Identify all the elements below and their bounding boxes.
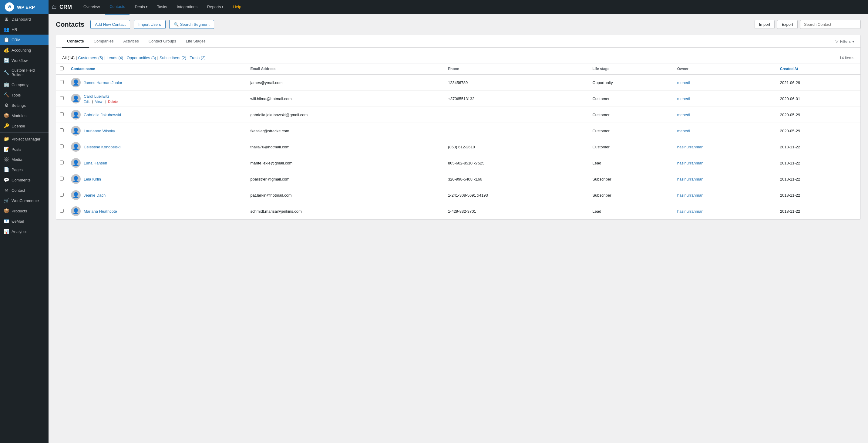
filters-button[interactable]: ▽ Filters ▾ — [835, 39, 854, 44]
sidebar-item-products[interactable]: 📦Products — [0, 206, 49, 216]
contact-name-link[interactable]: Jeanie Dach — [84, 193, 105, 198]
import-button[interactable]: Import — [754, 20, 775, 29]
row-checkbox[interactable] — [60, 193, 64, 197]
contact-delete-link[interactable]: Delete — [108, 100, 118, 104]
nav-help[interactable]: Help — [229, 0, 245, 14]
contact-edit-link[interactable]: Edit — [84, 100, 90, 104]
filter-bar: All (14) | Customers (5) | Leads (4) | O… — [56, 53, 860, 63]
nav-deals[interactable]: Deals ▾ — [131, 0, 152, 14]
contact-info: Luna Hansen — [84, 161, 107, 165]
tab-activities[interactable]: Activities — [118, 35, 144, 48]
row-life-stage: Opportunity — [589, 75, 673, 91]
sidebar-item-dashboard[interactable]: ⊞Dashboard — [0, 14, 49, 24]
owner-link[interactable]: hasinurrahman — [677, 193, 704, 198]
filter-opportunities[interactable]: Opportunities (3) — [127, 56, 156, 60]
sidebar-item-company[interactable]: 🏢Company — [0, 80, 49, 90]
contact-name-link[interactable]: Mariana Heathcote — [84, 209, 117, 214]
row-checkbox[interactable] — [60, 209, 64, 213]
add-new-contact-button[interactable]: Add New Contact — [90, 20, 130, 29]
row-checkbox[interactable] — [60, 96, 64, 100]
row-checkbox[interactable] — [60, 80, 64, 84]
nav-integrations[interactable]: Integrations — [173, 0, 202, 14]
owner-link[interactable]: hasinurrahman — [677, 177, 704, 181]
import-users-button[interactable]: Import Users — [134, 20, 165, 29]
row-checkbox[interactable] — [60, 112, 64, 116]
sidebar-item-hr[interactable]: 👥HR — [0, 24, 49, 35]
col-created-at[interactable]: Created At — [776, 63, 860, 75]
row-checkbox[interactable] — [60, 144, 64, 148]
row-checkbox[interactable] — [60, 160, 64, 165]
contact-name-link[interactable]: Carol Lueilwitz — [84, 94, 118, 98]
owner-link[interactable]: hasinurrahman — [677, 209, 704, 214]
owner-link[interactable]: mehedi — [677, 96, 690, 101]
contact-name-link[interactable]: Laurianne Wisoky — [84, 129, 115, 133]
nav-overview[interactable]: Overview — [79, 0, 104, 14]
row-checkbox[interactable] — [60, 177, 64, 181]
row-life-stage: Subscriber — [589, 187, 673, 203]
table-row: 👤 Mariana Heathcote schmidt.marisa@jenki… — [56, 203, 860, 219]
sidebar-item-contact[interactable]: ✉Contact — [0, 185, 49, 196]
row-checkbox-cell — [56, 107, 67, 123]
owner-link[interactable]: mehedi — [677, 129, 690, 133]
products-icon: 📦 — [4, 208, 9, 214]
sidebar-item-woocommerce[interactable]: 🛒WooCommerce — [0, 196, 49, 206]
contact-cell: 👤 James Harman Junior — [71, 78, 243, 87]
header-right: Import Export — [754, 20, 861, 29]
nav-reports[interactable]: Reports ▾ — [203, 0, 228, 14]
table-header: Contact name Email Address Phone Life st… — [56, 63, 860, 75]
sidebar-item-custom-field-builder[interactable]: 🔧Custom Field Builder — [0, 65, 49, 80]
sidebar-item-accounting[interactable]: 💰Accounting — [0, 45, 49, 55]
sidebar-item-settings[interactable]: ⚙Settings — [0, 100, 49, 111]
sidebar-item-project-manager[interactable]: 📁Project Manager — [0, 134, 49, 144]
row-contact-name-cell: 👤 Carol Lueilwitz Edit | View | Delete — [67, 91, 247, 107]
sidebar-item-wemail[interactable]: 📧weMail — [0, 216, 49, 226]
sidebar-item-comments[interactable]: 💬Comments — [0, 175, 49, 185]
filter-leads[interactable]: Leads (4) — [106, 56, 123, 60]
row-phone: 1-429-832-3701 — [444, 203, 589, 219]
contact-view-link[interactable]: View — [95, 100, 102, 104]
sidebar-item-workflow[interactable]: 🔄Workflow — [0, 55, 49, 65]
filter-all-label: All (14) — [62, 56, 74, 60]
row-checkbox[interactable] — [60, 128, 64, 132]
sidebar-item-tools[interactable]: 🔨Tools — [0, 90, 49, 100]
sidebar-item-license[interactable]: 🔑License — [0, 121, 49, 131]
tab-contacts[interactable]: Contacts — [62, 35, 89, 48]
owner-link[interactable]: hasinurrahman — [677, 161, 704, 165]
row-created-at: 2020-06-01 — [776, 91, 860, 107]
sidebar-item-crm[interactable]: 📋CRM — [0, 35, 49, 45]
sidebar-item-posts[interactable]: 📝Posts — [0, 144, 49, 154]
avatar-icon: 👤 — [72, 127, 79, 134]
filter-trash[interactable]: Trash (2) — [190, 56, 205, 60]
owner-link[interactable]: hasinurrahman — [677, 145, 704, 149]
tab-companies[interactable]: Companies — [89, 35, 119, 48]
sidebar-item-analytics[interactable]: 📊Analytics — [0, 226, 49, 237]
owner-link[interactable]: mehedi — [677, 113, 690, 117]
contact-name-link[interactable]: Luna Hansen — [84, 161, 107, 165]
select-all-checkbox[interactable] — [60, 66, 64, 70]
tab-life-stages[interactable]: Life Stages — [181, 35, 211, 48]
avatar: 👤 — [71, 158, 81, 168]
contact-cell: 👤 Jeanie Dach — [71, 190, 243, 200]
export-button[interactable]: Export — [777, 20, 798, 29]
sidebar-item-media[interactable]: 🖼Media — [0, 154, 49, 165]
contact-name-link[interactable]: Gabriella Jakubowski — [84, 113, 121, 117]
col-contact-name[interactable]: Contact name — [67, 63, 247, 75]
contact-info: Lela Kirlin — [84, 177, 101, 181]
sidebar-item-modules[interactable]: 📦Modules — [0, 111, 49, 121]
nav-tasks[interactable]: Tasks — [153, 0, 172, 14]
search-contact-input[interactable] — [800, 20, 861, 29]
wp-logo[interactable]: W WP ERP — [0, 0, 49, 14]
avatar-icon: 👤 — [72, 208, 79, 214]
filter-subscribers[interactable]: Subscribers (2) — [159, 56, 186, 60]
contact-info: Celestine Konopelski — [84, 145, 120, 149]
contact-name-link[interactable]: James Harman Junior — [84, 80, 122, 85]
sidebar-item-pages[interactable]: 📄Pages — [0, 165, 49, 175]
tab-contact-groups[interactable]: Contact Groups — [144, 35, 181, 48]
nav-contacts[interactable]: Contacts — [105, 0, 129, 14]
avatar-icon: 👤 — [72, 176, 79, 182]
filter-customers[interactable]: Customers (5) — [78, 56, 103, 60]
contact-name-link[interactable]: Celestine Konopelski — [84, 145, 120, 149]
owner-link[interactable]: mehedi — [677, 80, 690, 85]
contact-name-link[interactable]: Lela Kirlin — [84, 177, 101, 181]
search-segment-button[interactable]: 🔍 Search Segment — [169, 20, 214, 29]
